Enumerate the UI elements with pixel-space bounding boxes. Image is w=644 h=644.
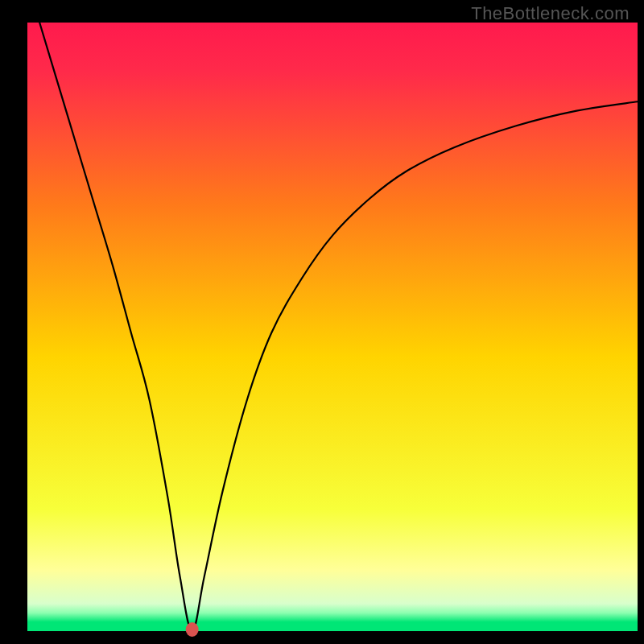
bottleneck-chart bbox=[0, 0, 644, 644]
plot-background bbox=[27, 23, 638, 631]
optimal-point-marker bbox=[186, 622, 199, 637]
watermark-text: TheBottleneck.com bbox=[471, 3, 630, 24]
chart-frame: TheBottleneck.com bbox=[0, 0, 644, 644]
